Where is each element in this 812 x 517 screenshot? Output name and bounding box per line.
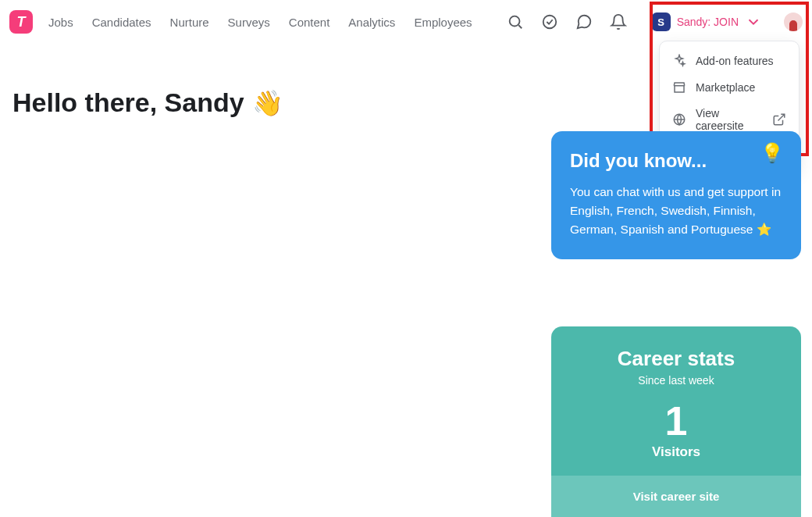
- bell-icon[interactable]: [610, 13, 627, 30]
- career-stats-value: 1: [551, 401, 801, 441]
- header: T Jobs Candidates Nurture Surveys Conten…: [0, 0, 812, 44]
- chevron-down-icon: [745, 13, 762, 30]
- greeting-text: Hello there, Sandy: [12, 87, 244, 118]
- header-icon-group: [507, 13, 627, 30]
- dropdown-addons-label: Add-on features: [696, 55, 774, 67]
- store-icon: [672, 80, 686, 94]
- account-badge: S: [652, 12, 671, 31]
- check-circle-icon[interactable]: [541, 13, 558, 30]
- nav-surveys[interactable]: Surveys: [228, 16, 270, 29]
- did-you-know-title: Did you know...: [570, 150, 782, 172]
- avatar[interactable]: [784, 12, 803, 31]
- svg-point-2: [543, 16, 556, 29]
- nav-jobs[interactable]: Jobs: [48, 16, 73, 29]
- career-stats-value-label: Visitors: [551, 444, 801, 460]
- nav-content[interactable]: Content: [289, 16, 330, 29]
- career-stats-card: Career stats Since last week 1 Visitors …: [551, 326, 801, 517]
- external-link-icon: [772, 112, 786, 127]
- dropdown-marketplace[interactable]: Marketplace: [660, 74, 799, 101]
- did-you-know-body: You can chat with us and get support in …: [570, 183, 782, 239]
- account-switcher[interactable]: S Sandy: JOIN: [647, 9, 767, 34]
- svg-line-5: [778, 114, 785, 120]
- visit-career-site-button[interactable]: Visit career site: [551, 476, 801, 517]
- svg-point-0: [509, 16, 519, 27]
- svg-line-1: [518, 25, 522, 28]
- dropdown-addons[interactable]: Add-on features: [660, 48, 799, 74]
- app-logo[interactable]: T: [9, 10, 33, 34]
- lightbulb-icon: 💡: [760, 142, 784, 164]
- nav-candidates[interactable]: Candidates: [92, 16, 151, 29]
- did-you-know-card: 💡 Did you know... You can chat with us a…: [551, 131, 801, 259]
- dropdown-marketplace-label: Marketplace: [696, 81, 755, 94]
- globe-icon: [672, 112, 686, 127]
- career-stats-subtitle: Since last week: [551, 374, 801, 387]
- main-nav: Jobs Candidates Nurture Surveys Content …: [48, 16, 472, 29]
- wave-emoji: 👋: [252, 88, 283, 118]
- nav-nurture[interactable]: Nurture: [170, 16, 209, 29]
- chat-icon[interactable]: [575, 13, 593, 30]
- sparkle-icon: [672, 54, 686, 68]
- account-label: Sandy: JOIN: [677, 16, 739, 28]
- search-icon[interactable]: [507, 13, 524, 30]
- nav-employees[interactable]: Employees: [414, 16, 472, 29]
- nav-analytics[interactable]: Analytics: [348, 16, 395, 29]
- career-stats-title: Career stats: [551, 347, 801, 371]
- dropdown-view-careersite-label: View careersite: [696, 107, 763, 132]
- greeting: Hello there, Sandy 👋: [12, 87, 283, 118]
